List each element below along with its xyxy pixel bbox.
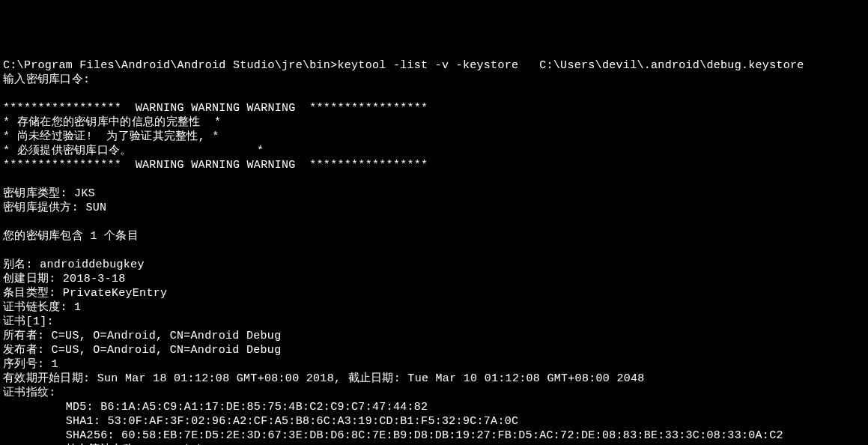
terminal-line: 输入密钥库口令: bbox=[3, 73, 865, 87]
terminal-line bbox=[3, 172, 865, 187]
terminal-line: 序列号: 1 bbox=[3, 357, 865, 372]
terminal-line: SHA256: 60:58:EB:7E:D5:2E:3D:67:3E:DB:D6… bbox=[3, 429, 865, 443]
terminal-line: MD5: B6:1A:A5:C9:A1:17:DE:85:75:4B:C2:C9… bbox=[3, 400, 865, 414]
terminal-line: 有效期开始日期: Sun Mar 18 01:12:08 GMT+08:00 2… bbox=[3, 372, 865, 386]
terminal-line: 发布者: C=US, O=Android, CN=Android Debug bbox=[3, 343, 865, 357]
terminal-line: 别名: androiddebugkey bbox=[3, 258, 865, 272]
terminal-line: 您的密钥库包含 1 个条目 bbox=[3, 229, 865, 243]
terminal-line: 创建日期: 2018-3-18 bbox=[3, 272, 865, 286]
terminal-line: ***************** WARNING WARNING WARNIN… bbox=[3, 158, 865, 172]
terminal-output: C:\Program Files\Android\Android Studio\… bbox=[3, 58, 865, 445]
terminal-line: 密钥库类型: JKS bbox=[3, 187, 865, 201]
terminal-line: * 尚未经过验证! 为了验证其完整性, * bbox=[3, 130, 865, 144]
terminal-line: 证书指纹: bbox=[3, 386, 865, 400]
terminal-line: 所有者: C=US, O=Android, CN=Android Debug bbox=[3, 329, 865, 343]
terminal-line bbox=[3, 87, 865, 101]
terminal-line: * 必须提供密钥库口令。 * bbox=[3, 144, 865, 158]
terminal-line bbox=[3, 215, 865, 229]
terminal-line: 证书链长度: 1 bbox=[3, 300, 865, 315]
terminal-line bbox=[3, 243, 865, 258]
terminal-line: 密钥库提供方: SUN bbox=[3, 201, 865, 215]
terminal-line: 条目类型: PrivateKeyEntry bbox=[3, 286, 865, 300]
terminal-line: SHA1: 53:0F:AF:3F:02:96:A2:CF:A5:B8:6C:A… bbox=[3, 414, 865, 429]
terminal-line: 证书[1]: bbox=[3, 315, 865, 329]
terminal-line: C:\Program Files\Android\Android Studio\… bbox=[3, 58, 865, 73]
terminal-line: * 存储在您的密钥库中的信息的完整性 * bbox=[3, 115, 865, 130]
terminal-line: ***************** WARNING WARNING WARNIN… bbox=[3, 101, 865, 115]
